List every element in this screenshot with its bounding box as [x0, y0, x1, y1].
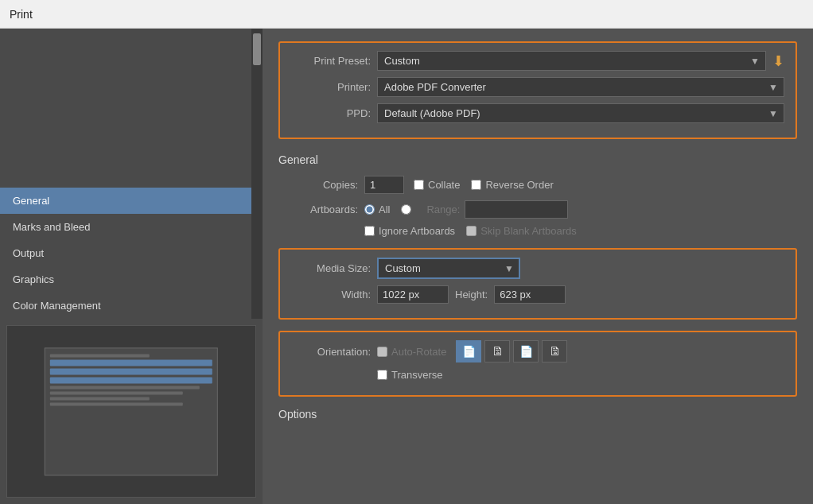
preset-label: Print Preset: [291, 55, 371, 67]
width-label: Width: [291, 289, 371, 300]
auto-rotate-label: Auto-Rotate [377, 346, 446, 358]
preview-line4 [50, 397, 150, 400]
auto-rotate-text: Auto-Rotate [391, 346, 446, 358]
ppd-select[interactable]: Default (Adobe PDF) [377, 103, 784, 123]
all-radio[interactable] [364, 204, 375, 215]
landscape-button[interactable]: 🖺 [484, 340, 510, 362]
copies-input[interactable] [364, 176, 404, 194]
preview-line5 [50, 402, 183, 405]
sidebar-item-color-management[interactable]: Color Management [0, 293, 251, 319]
transverse-text: Transverse [391, 369, 443, 381]
window-title: Print [10, 8, 33, 21]
copies-row: Copies: Collate Reverse Order [278, 176, 797, 194]
printer-row: Printer: Adobe PDF Converter ▼ [291, 77, 784, 97]
preview-inner [45, 347, 218, 475]
media-size-row: Media Size: Custom ▼ [291, 258, 784, 279]
orientation-section: Orientation: Auto-Rotate 📄 🖺 📄 🖺 Transve… [278, 331, 797, 397]
preview-dropdown3 [50, 377, 212, 383]
media-section: Media Size: Custom ▼ Width: Height: [278, 248, 797, 320]
width-input[interactable] [377, 285, 449, 304]
nav-list: General Marks and Bleed Output Graphics … [0, 188, 251, 319]
height-label: Height: [455, 289, 488, 300]
printer-select-wrapper: Adobe PDF Converter ▼ [377, 77, 784, 97]
options-title: Options [278, 408, 797, 421]
range-input[interactable] [465, 200, 568, 219]
dimensions-row: Width: Height: [291, 285, 784, 304]
save-preset-icon[interactable]: ⬇ [772, 52, 784, 70]
general-section-title: General [278, 153, 797, 166]
main-layout: General Marks and Bleed Output Graphics … [0, 29, 813, 504]
collate-checkbox-label[interactable]: Collate [414, 179, 460, 191]
ppd-row: PPD: Default (Adobe PDF) ▼ [291, 103, 784, 123]
sidebar-item-graphics[interactable]: Graphics [0, 266, 251, 293]
collate-label: Collate [428, 179, 460, 191]
media-size-select[interactable]: Custom [377, 258, 520, 279]
height-input[interactable] [494, 285, 566, 304]
nav-scrollbar[interactable] [251, 29, 263, 319]
ppd-select-wrapper: Default (Adobe PDF) ▼ [377, 103, 784, 123]
scroll-thumb [253, 33, 261, 65]
printer-label: Printer: [291, 81, 371, 93]
landscape-reverse-button[interactable]: 🖺 [542, 340, 567, 362]
preview-line3 [50, 391, 183, 394]
preview-line2 [50, 386, 200, 389]
range-radio[interactable] [401, 204, 411, 215]
copies-label: Copies: [278, 179, 358, 191]
transverse-row: Transverse [291, 369, 784, 381]
ppd-label: PPD: [291, 107, 371, 119]
title-bar: Print [0, 0, 813, 29]
artboards-row: Artboards: All Range: [278, 200, 797, 219]
range-radio-label[interactable] [401, 204, 415, 215]
sidebar-item-general[interactable]: General [0, 188, 251, 214]
nav-scroll: General Marks and Bleed Output Graphics … [0, 29, 263, 319]
left-panel: General Marks and Bleed Output Graphics … [0, 29, 263, 504]
all-label: All [379, 204, 390, 215]
all-radio-label[interactable]: All [364, 204, 390, 215]
portrait-button[interactable]: 📄 [456, 340, 481, 362]
ignore-artboards-label[interactable]: Ignore Artboards [364, 225, 455, 237]
auto-rotate-checkbox [377, 347, 387, 357]
preset-row: Print Preset: Custom ▼ ⬇ [291, 51, 784, 71]
printer-select[interactable]: Adobe PDF Converter [377, 77, 784, 97]
ignore-row: Ignore Artboards Skip Blank Artboards [278, 225, 797, 237]
skip-blank-label: Skip Blank Artboards [466, 225, 577, 237]
right-panel: Print Preset: Custom ▼ ⬇ Printer: Adobe … [263, 29, 813, 504]
reverse-order-label: Reverse Order [485, 179, 553, 191]
reverse-order-checkbox[interactable] [471, 180, 481, 190]
preview-dropdown2 [50, 368, 212, 374]
ignore-artboards-text: Ignore Artboards [379, 225, 455, 237]
skip-blank-text: Skip Blank Artboards [480, 225, 577, 237]
range-label: Range: [426, 204, 460, 215]
preview-box [6, 325, 256, 498]
preset-section: Print Preset: Custom ▼ ⬇ Printer: Adobe … [278, 41, 797, 139]
transverse-checkbox[interactable] [377, 370, 387, 380]
media-size-label: Media Size: [291, 262, 371, 274]
preset-select-wrapper: Custom ▼ [377, 51, 766, 71]
skip-blank-checkbox [466, 226, 477, 236]
ignore-artboards-checkbox[interactable] [364, 226, 375, 236]
portrait-reverse-button[interactable]: 📄 [513, 340, 539, 362]
preview-dropdown [50, 359, 212, 366]
nav-items-col: General Marks and Bleed Output Graphics … [0, 29, 251, 319]
orientation-label: Orientation: [291, 346, 371, 358]
media-select-wrapper: Custom ▼ [377, 258, 520, 279]
transverse-label[interactable]: Transverse [377, 369, 443, 381]
artboards-label: Artboards: [278, 204, 358, 215]
preview-mock [45, 348, 217, 411]
orientation-row: Orientation: Auto-Rotate 📄 🖺 📄 🖺 [291, 340, 784, 362]
preset-select[interactable]: Custom [377, 51, 766, 71]
sidebar-item-marks-bleed[interactable]: Marks and Bleed [0, 214, 251, 240]
preview-line [50, 354, 150, 357]
sidebar-item-output[interactable]: Output [0, 240, 251, 266]
collate-checkbox[interactable] [414, 180, 424, 190]
reverse-order-checkbox-label[interactable]: Reverse Order [471, 179, 553, 191]
